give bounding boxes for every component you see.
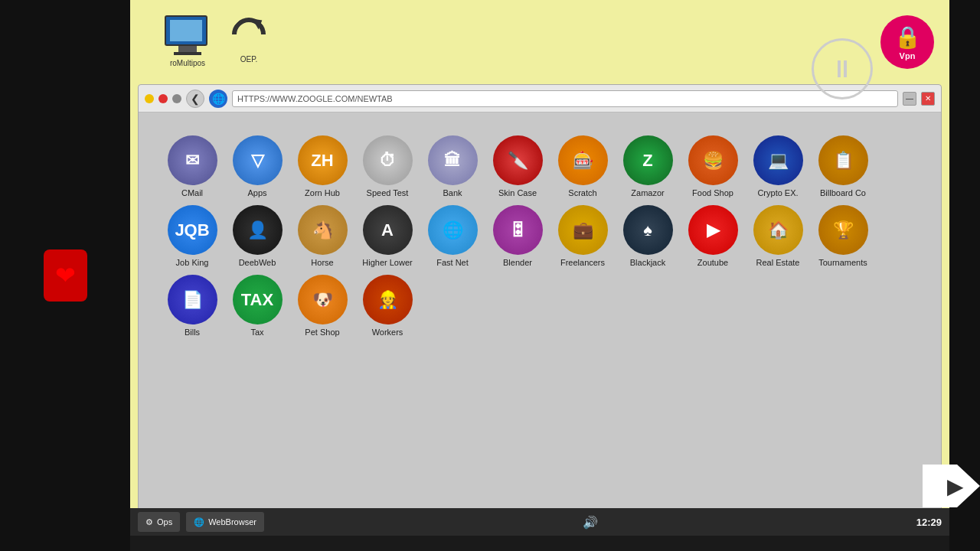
- ops-icon: ⚙: [145, 517, 153, 527]
- vpn-lock-icon: 🔒: [894, 24, 921, 50]
- app-item-real-estate[interactable]: 🏠Real Estate: [747, 205, 808, 267]
- app-item-fast-net[interactable]: 🌐Fast Net: [422, 205, 483, 267]
- app-item-horse[interactable]: 🐴Horse: [292, 205, 353, 267]
- left-panel: ❤: [0, 0, 130, 551]
- desktop-icon-monitor[interactable]: rоMultipos: [161, 15, 214, 67]
- heart-icon: ❤: [44, 249, 87, 302]
- app-circle-11: JQB: [168, 205, 217, 255]
- app-item-blender[interactable]: 🎛Blender: [487, 205, 548, 267]
- browser-dot-yellow[interactable]: [145, 94, 154, 103]
- app-item-bank[interactable]: 🏛Bank: [422, 135, 483, 197]
- app-circle-14: A: [363, 205, 413, 255]
- app-item-tournaments[interactable]: 🏆Tournaments: [812, 205, 874, 267]
- desktop-icon-refresh[interactable]: OEP.: [222, 15, 276, 67]
- app-name-22: Bills: [185, 328, 200, 337]
- webbrowser-icon: 🌐: [194, 517, 204, 527]
- app-item-skin-case[interactable]: 🔪Skin Case: [487, 135, 548, 197]
- app-item-zoutube[interactable]: ▶Zoutube: [682, 205, 743, 267]
- app-circle-5: 🔪: [493, 135, 543, 185]
- taskbar-item-webbrowser[interactable]: 🌐 WebBrowser: [186, 512, 264, 532]
- browser-close-button[interactable]: ✕: [921, 92, 935, 106]
- taskbar-time: 12:29: [916, 517, 942, 528]
- app-circle-24: 🐶: [298, 275, 348, 324]
- app-name-0: CMail: [181, 188, 203, 197]
- app-name-15: Fast Net: [436, 258, 469, 267]
- app-item-job-king[interactable]: JQBJob King: [162, 205, 223, 267]
- browser-window: ❮ 🌐 HTTPS://WWW.ZOOGLE.COM/NEWTAB — ✕ ✉C…: [138, 84, 942, 528]
- browser-dot-gray[interactable]: [172, 94, 181, 103]
- ops-label: Ops: [157, 517, 172, 527]
- taskbar-item-ops[interactable]: ⚙ Ops: [138, 512, 180, 532]
- vpn-button[interactable]: 🔒 Vpn: [880, 15, 934, 69]
- app-circle-21: 🏆: [818, 205, 868, 255]
- app-name-10: Billboard Co: [820, 188, 866, 197]
- app-name-19: Zoutube: [697, 258, 728, 267]
- app-circle-6: 🎰: [558, 135, 608, 185]
- app-circle-3: ⏱: [363, 135, 413, 185]
- app-name-18: Blackjack: [630, 258, 665, 267]
- app-circle-4: 🏛: [428, 135, 478, 185]
- app-name-16: Blender: [503, 258, 532, 267]
- desktop-icon-label-monitor: rоMultipos: [170, 59, 205, 67]
- app-item-apps[interactable]: ▽Apps: [227, 135, 288, 197]
- app-circle-10: 📋: [818, 135, 868, 185]
- desktop-icon-label-refresh: OEP.: [240, 55, 258, 64]
- app-circle-25: 👷: [363, 275, 413, 324]
- app-name-12: DeebWeb: [239, 258, 276, 267]
- app-item-bills[interactable]: 📄Bills: [162, 275, 223, 337]
- app-item-higher-lower[interactable]: AHigher Lower: [357, 205, 418, 267]
- app-name-5: Skin Case: [498, 188, 537, 197]
- app-name-6: Scratch: [568, 188, 596, 197]
- browser-url-bar[interactable]: HTTPS://WWW.ZOOGLE.COM/NEWTAB: [232, 90, 898, 107]
- app-circle-19: ▶: [688, 205, 738, 255]
- app-item-zorn-hub[interactable]: ZHZorn Hub: [292, 135, 353, 197]
- app-item-billboard-co[interactable]: 📋Billboard Co: [812, 135, 874, 197]
- app-item-blackjack[interactable]: ♠Blackjack: [617, 205, 678, 267]
- app-item-pet-shop[interactable]: 🐶Pet Shop: [292, 275, 353, 337]
- pause-icon: ⏸: [830, 55, 854, 83]
- app-circle-2: ZH: [298, 135, 348, 185]
- app-name-1: Apps: [247, 188, 266, 197]
- app-circle-0: ✉: [168, 135, 217, 185]
- app-name-17: Freelancers: [560, 258, 605, 267]
- browser-minimize-button[interactable]: —: [903, 92, 916, 106]
- app-circle-17: 💼: [558, 205, 608, 255]
- app-name-4: Bank: [443, 188, 462, 197]
- app-name-2: Zorn Hub: [305, 188, 340, 197]
- app-name-14: Higher Lower: [362, 258, 412, 267]
- app-item-crypto-ex.[interactable]: 💻Crypto EX.: [747, 135, 808, 197]
- app-name-8: Food Shop: [692, 188, 733, 197]
- app-circle-20: 🏠: [753, 205, 803, 255]
- app-name-9: Crypto EX.: [757, 188, 798, 197]
- taskbar-volume-icon[interactable]: 🔊: [583, 515, 598, 530]
- app-name-13: Horse: [311, 258, 333, 267]
- app-name-7: Zamazor: [631, 188, 664, 197]
- browser-back-button[interactable]: ❮: [186, 90, 204, 108]
- pause-button[interactable]: ⏸: [812, 38, 873, 99]
- app-grid: ✉CMail▽AppsZHZorn Hub⏱Speed Test🏛Bank🔪Sk…: [146, 128, 933, 344]
- app-item-freelancers[interactable]: 💼Freelancers: [552, 205, 613, 267]
- app-name-3: Speed Test: [367, 188, 409, 197]
- app-name-23: Tax: [250, 328, 263, 337]
- app-name-21: Tournaments: [818, 258, 867, 267]
- app-item-tax[interactable]: TAXTax: [227, 275, 288, 337]
- desktop-icons-area: rоMultipos OEP.: [161, 15, 276, 67]
- vpn-label: Vpn: [900, 51, 916, 60]
- app-circle-8: 🍔: [688, 135, 738, 185]
- app-circle-13: 🐴: [298, 205, 348, 255]
- app-name-20: Real Estate: [756, 258, 800, 267]
- app-item-deebweb[interactable]: 👤DeebWeb: [227, 205, 288, 267]
- browser-content: ✉CMail▽AppsZHZorn Hub⏱Speed Test🏛Bank🔪Sk…: [139, 112, 941, 527]
- webbrowser-label: WebBrowser: [208, 517, 256, 527]
- app-item-zamazor[interactable]: ZZamazor: [617, 135, 678, 197]
- app-item-workers[interactable]: 👷Workers: [357, 275, 418, 337]
- app-item-food-shop[interactable]: 🍔Food Shop: [682, 135, 743, 197]
- app-item-cmail[interactable]: ✉CMail: [162, 135, 223, 197]
- browser-dot-red[interactable]: [158, 94, 168, 103]
- app-circle-1: ▽: [233, 135, 283, 185]
- app-item-scratch[interactable]: 🎰Scratch: [552, 135, 613, 197]
- app-name-25: Workers: [372, 328, 403, 337]
- app-circle-16: 🎛: [493, 205, 543, 255]
- app-item-speed-test[interactable]: ⏱Speed Test: [357, 135, 418, 197]
- desktop: rоMultipos OEP. 🔒 Vpn ⏸ ❮ 🌐 H: [130, 0, 949, 536]
